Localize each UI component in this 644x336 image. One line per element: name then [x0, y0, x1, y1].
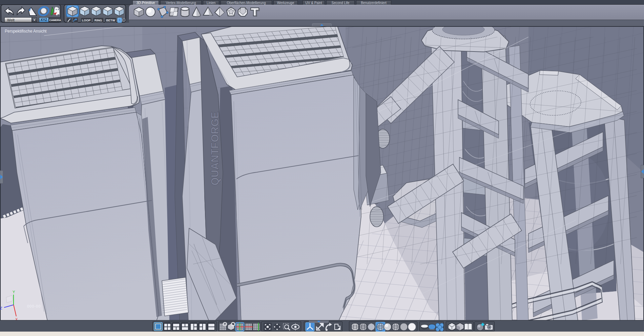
svg-text:Perspektifische Ansicht: Perspektifische Ansicht: [5, 29, 47, 34]
svg-text:000-00: 000-00: [27, 304, 41, 308]
svg-text:QUANTFORGE: QUANTFORGE: [209, 112, 221, 185]
svg-text:Y: Y: [13, 290, 15, 294]
svg-text:Z: Z: [0, 306, 2, 310]
